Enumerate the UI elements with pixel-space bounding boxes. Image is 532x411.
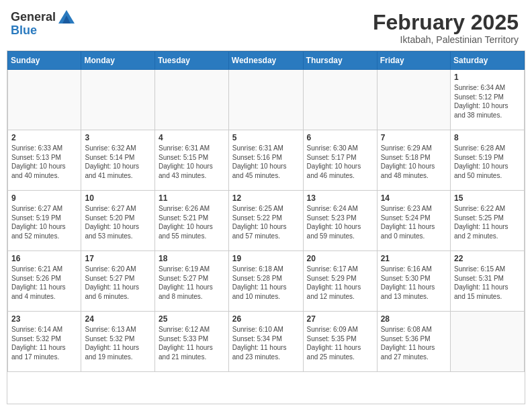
calendar: SundayMondayTuesdayWednesdayThursdayFrid… <box>7 50 525 404</box>
day-info: Sunrise: 6:13 AM Sunset: 5:32 PM Dayligh… <box>85 325 151 361</box>
day-info: Sunrise: 6:16 AM Sunset: 5:30 PM Dayligh… <box>381 265 447 301</box>
day-number: 19 <box>232 254 300 263</box>
day-number: 6 <box>307 133 373 142</box>
day-number: 3 <box>85 133 151 142</box>
day-header-monday: Monday <box>81 52 155 70</box>
calendar-cell: 4Sunrise: 6:31 AM Sunset: 5:15 PM Daylig… <box>155 130 229 191</box>
calendar-cell: 28Sunrise: 6:08 AM Sunset: 5:36 PM Dayli… <box>377 312 450 372</box>
day-info: Sunrise: 6:32 AM Sunset: 5:14 PM Dayligh… <box>85 144 151 180</box>
day-info: Sunrise: 6:09 AM Sunset: 5:35 PM Dayligh… <box>307 325 373 361</box>
logo: General Blue <box>11 11 75 38</box>
calendar-cell: 2Sunrise: 6:33 AM Sunset: 5:13 PM Daylig… <box>8 130 81 191</box>
day-info: Sunrise: 6:14 AM Sunset: 5:32 PM Dayligh… <box>11 325 77 361</box>
calendar-cell: 17Sunrise: 6:20 AM Sunset: 5:27 PM Dayli… <box>81 251 155 312</box>
calendar-cell: 15Sunrise: 6:22 AM Sunset: 5:25 PM Dayli… <box>451 191 525 251</box>
calendar-cell: 1Sunrise: 6:34 AM Sunset: 5:12 PM Daylig… <box>451 70 525 130</box>
day-number: 2 <box>11 133 77 142</box>
calendar-cell: 23Sunrise: 6:14 AM Sunset: 5:32 PM Dayli… <box>8 312 81 372</box>
day-number: 10 <box>85 193 151 203</box>
calendar-cell: 3Sunrise: 6:32 AM Sunset: 5:14 PM Daylig… <box>81 130 155 191</box>
day-header-tuesday: Tuesday <box>155 52 229 70</box>
calendar-cell: 5Sunrise: 6:31 AM Sunset: 5:16 PM Daylig… <box>228 130 303 191</box>
calendar-cell: 20Sunrise: 6:17 AM Sunset: 5:29 PM Dayli… <box>303 251 377 312</box>
day-number: 23 <box>11 314 77 324</box>
calendar-cell: 27Sunrise: 6:09 AM Sunset: 5:35 PM Dayli… <box>303 312 377 372</box>
day-number: 13 <box>307 193 373 203</box>
day-number: 17 <box>85 254 151 263</box>
calendar-cell: 19Sunrise: 6:18 AM Sunset: 5:28 PM Dayli… <box>228 251 303 312</box>
days-header-row: SundayMondayTuesdayWednesdayThursdayFrid… <box>8 52 525 70</box>
logo-general-text: General <box>11 11 56 24</box>
title-block: February 2025 Iktabah, Palestinian Terri… <box>373 11 519 45</box>
month-year: February 2025 <box>373 11 519 34</box>
day-info: Sunrise: 6:34 AM Sunset: 5:12 PM Dayligh… <box>454 83 521 120</box>
day-info: Sunrise: 6:30 AM Sunset: 5:17 PM Dayligh… <box>307 144 373 180</box>
day-number: 11 <box>159 193 225 203</box>
calendar-cell: 21Sunrise: 6:16 AM Sunset: 5:30 PM Dayli… <box>377 251 450 312</box>
calendar-cell <box>155 70 229 130</box>
day-info: Sunrise: 6:27 AM Sunset: 5:20 PM Dayligh… <box>85 204 151 240</box>
day-number: 28 <box>381 314 447 324</box>
header: General Blue February 2025 Iktabah, Pale… <box>0 0 532 50</box>
day-header-friday: Friday <box>377 52 450 70</box>
calendar-cell: 7Sunrise: 6:29 AM Sunset: 5:18 PM Daylig… <box>377 130 450 191</box>
calendar-cell: 22Sunrise: 6:15 AM Sunset: 5:31 PM Dayli… <box>451 251 525 312</box>
day-number: 22 <box>454 254 521 263</box>
day-number: 27 <box>307 314 373 324</box>
day-number: 9 <box>11 193 77 203</box>
calendar-cell <box>8 70 81 130</box>
day-number: 18 <box>159 254 225 263</box>
day-info: Sunrise: 6:22 AM Sunset: 5:25 PM Dayligh… <box>454 204 521 240</box>
day-header-thursday: Thursday <box>303 52 377 70</box>
calendar-cell: 24Sunrise: 6:13 AM Sunset: 5:32 PM Dayli… <box>81 312 155 372</box>
calendar-cell: 9Sunrise: 6:27 AM Sunset: 5:19 PM Daylig… <box>8 191 81 251</box>
week-row-5: 23Sunrise: 6:14 AM Sunset: 5:32 PM Dayli… <box>8 312 525 372</box>
day-info: Sunrise: 6:24 AM Sunset: 5:23 PM Dayligh… <box>307 204 373 240</box>
day-info: Sunrise: 6:29 AM Sunset: 5:18 PM Dayligh… <box>381 144 447 180</box>
calendar-cell: 8Sunrise: 6:28 AM Sunset: 5:19 PM Daylig… <box>451 130 525 191</box>
day-number: 14 <box>381 193 447 203</box>
week-row-3: 9Sunrise: 6:27 AM Sunset: 5:19 PM Daylig… <box>8 191 525 251</box>
day-number: 16 <box>11 254 77 263</box>
calendar-cell: 25Sunrise: 6:12 AM Sunset: 5:33 PM Dayli… <box>155 312 229 372</box>
calendar-cell <box>451 312 525 372</box>
logo-icon <box>58 10 75 24</box>
day-number: 21 <box>381 254 447 263</box>
day-info: Sunrise: 6:17 AM Sunset: 5:29 PM Dayligh… <box>307 265 373 301</box>
calendar-cell: 13Sunrise: 6:24 AM Sunset: 5:23 PM Dayli… <box>303 191 377 251</box>
day-number: 7 <box>381 133 447 142</box>
day-info: Sunrise: 6:25 AM Sunset: 5:22 PM Dayligh… <box>232 204 300 240</box>
week-row-2: 2Sunrise: 6:33 AM Sunset: 5:13 PM Daylig… <box>8 130 525 191</box>
day-info: Sunrise: 6:15 AM Sunset: 5:31 PM Dayligh… <box>454 265 521 301</box>
location: Iktabah, Palestinian Territory <box>373 34 519 45</box>
day-number: 8 <box>454 133 521 142</box>
day-number: 15 <box>454 193 521 203</box>
day-header-wednesday: Wednesday <box>228 52 303 70</box>
day-info: Sunrise: 6:18 AM Sunset: 5:28 PM Dayligh… <box>232 265 300 301</box>
calendar-cell <box>377 70 450 130</box>
calendar-cell <box>228 70 303 130</box>
calendar-cell <box>81 70 155 130</box>
calendar-cell: 18Sunrise: 6:19 AM Sunset: 5:27 PM Dayli… <box>155 251 229 312</box>
week-row-4: 16Sunrise: 6:21 AM Sunset: 5:26 PM Dayli… <box>8 251 525 312</box>
page: General Blue February 2025 Iktabah, Pale… <box>0 0 532 411</box>
calendar-cell: 16Sunrise: 6:21 AM Sunset: 5:26 PM Dayli… <box>8 251 81 312</box>
day-info: Sunrise: 6:08 AM Sunset: 5:36 PM Dayligh… <box>381 325 447 361</box>
week-row-1: 1Sunrise: 6:34 AM Sunset: 5:12 PM Daylig… <box>8 70 525 130</box>
calendar-cell: 11Sunrise: 6:26 AM Sunset: 5:21 PM Dayli… <box>155 191 229 251</box>
calendar-cell: 10Sunrise: 6:27 AM Sunset: 5:20 PM Dayli… <box>81 191 155 251</box>
day-number: 1 <box>454 73 521 82</box>
day-info: Sunrise: 6:28 AM Sunset: 5:19 PM Dayligh… <box>454 144 521 180</box>
day-info: Sunrise: 6:31 AM Sunset: 5:15 PM Dayligh… <box>159 144 225 180</box>
calendar-cell: 12Sunrise: 6:25 AM Sunset: 5:22 PM Dayli… <box>228 191 303 251</box>
day-header-sunday: Sunday <box>8 52 81 70</box>
day-info: Sunrise: 6:26 AM Sunset: 5:21 PM Dayligh… <box>159 204 225 240</box>
day-info: Sunrise: 6:19 AM Sunset: 5:27 PM Dayligh… <box>159 265 225 301</box>
day-number: 25 <box>159 314 225 324</box>
calendar-cell: 6Sunrise: 6:30 AM Sunset: 5:17 PM Daylig… <box>303 130 377 191</box>
day-info: Sunrise: 6:31 AM Sunset: 5:16 PM Dayligh… <box>232 144 300 180</box>
day-info: Sunrise: 6:10 AM Sunset: 5:34 PM Dayligh… <box>232 325 300 361</box>
day-info: Sunrise: 6:20 AM Sunset: 5:27 PM Dayligh… <box>85 265 151 301</box>
day-number: 12 <box>232 193 300 203</box>
day-info: Sunrise: 6:12 AM Sunset: 5:33 PM Dayligh… <box>159 325 225 361</box>
